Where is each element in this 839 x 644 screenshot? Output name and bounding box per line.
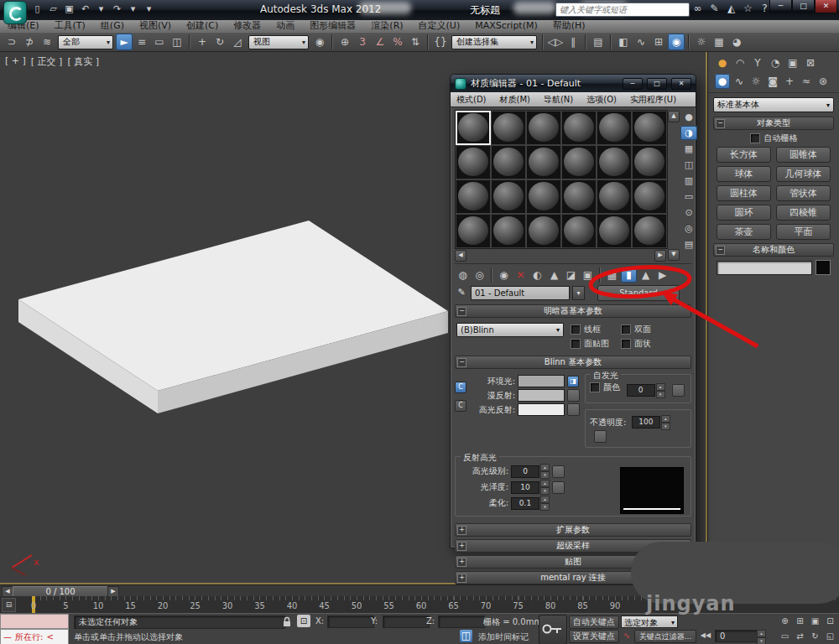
undo-icon[interactable]: ↶ xyxy=(78,2,92,16)
material-sample-slot[interactable] xyxy=(561,111,597,145)
me-menu-material[interactable]: 材质(M) xyxy=(494,94,536,106)
material-sample-slot[interactable] xyxy=(632,214,667,248)
assign-material-to-selection-icon[interactable]: ◉ xyxy=(496,267,512,283)
cylinder-button[interactable]: 圆柱体 xyxy=(717,185,771,201)
opacity-spinner[interactable]: ▴▾ xyxy=(661,415,670,430)
subtab-lights[interactable]: ☼ xyxy=(748,74,763,89)
select-and-move-icon[interactable]: + xyxy=(194,34,211,50)
material-sample-slot[interactable] xyxy=(597,179,632,214)
show-end-result-icon[interactable]: ▮ xyxy=(621,267,637,283)
material-editor-title-bar[interactable]: 材质编辑器 - 01 - Default ─ □ ✕ xyxy=(451,75,696,92)
torus-button[interactable]: 圆环 xyxy=(717,205,771,221)
tab-display[interactable]: ▣ xyxy=(785,55,800,70)
soften-value[interactable]: 0.1 xyxy=(511,497,539,510)
tab-utilities[interactable]: ⊠ xyxy=(803,55,818,70)
tab-hierarchy[interactable]: Y xyxy=(750,55,765,70)
bind-to-space-warp-icon[interactable]: ≋ xyxy=(39,34,55,50)
use-pivot-point-center-icon[interactable]: ◉ xyxy=(311,34,328,50)
sample-uv-tiling-icon[interactable]: ◫ xyxy=(680,158,697,172)
backlight-icon[interactable]: ◑ xyxy=(680,126,697,140)
glossiness-value[interactable]: 10 xyxy=(511,481,539,494)
specular-level-value[interactable]: 0 xyxy=(511,465,539,478)
render-setup-icon[interactable]: ☼ xyxy=(693,34,710,50)
self-illum-spinner[interactable]: ▴▾ xyxy=(656,383,665,398)
menu-item-customize[interactable]: 自定义(U) xyxy=(411,20,468,32)
key-selection-dropdown[interactable]: 选定对象 ▾ xyxy=(621,615,678,628)
opacity-value[interactable]: 100 xyxy=(632,416,660,428)
subtab-cameras[interactable]: ◙ xyxy=(765,74,780,89)
z-coordinate-field[interactable] xyxy=(438,615,485,628)
curve-editor-icon[interactable]: ∿ xyxy=(633,34,649,50)
specular-map-button[interactable] xyxy=(567,403,580,416)
get-material-icon[interactable]: ◍ xyxy=(455,267,471,283)
material-name-dropdown-icon[interactable]: ▾ xyxy=(572,286,585,300)
self-illum-map-button[interactable] xyxy=(672,384,685,397)
primitive-category-dropdown[interactable]: 标准基本体 ▾ xyxy=(713,97,834,112)
set-key-curve-icon[interactable]: ∿ xyxy=(621,630,633,641)
maximize-button[interactable]: □ xyxy=(792,0,815,13)
reference-coordinate-dropdown[interactable]: 视图▾ xyxy=(248,35,309,49)
material-sample-slot[interactable] xyxy=(491,214,526,248)
pan-view-icon[interactable]: ⇄ xyxy=(793,630,807,643)
render-production-icon[interactable]: ◕ xyxy=(728,34,745,50)
scroll-down-icon[interactable]: ▼ xyxy=(668,249,680,261)
open-mini-track-view-icon[interactable]: ⊟ xyxy=(2,598,16,612)
viewport-menu-pov[interactable]: [ 正交 ] xyxy=(31,55,63,68)
face-map-checkbox[interactable] xyxy=(571,339,581,349)
add-time-tag[interactable]: 添加时间标记 xyxy=(478,631,529,643)
rectangular-selection-region-icon[interactable]: ▭ xyxy=(151,34,168,50)
scroll-left-icon[interactable]: ◀ xyxy=(455,250,466,262)
me-menu-navigation[interactable]: 导航(N) xyxy=(538,94,579,106)
glossiness-spinner[interactable]: ▴▾ xyxy=(540,480,550,495)
me-minimize-button[interactable]: ─ xyxy=(623,78,643,90)
reset-map-icon[interactable]: ✕ xyxy=(513,267,529,283)
object-color-swatch[interactable] xyxy=(816,260,831,275)
toolbar-options-icon[interactable]: ▾ xyxy=(142,2,156,16)
material-sample-slot[interactable] xyxy=(456,179,491,214)
orbit-icon[interactable]: ↻ xyxy=(808,630,822,643)
select-object-icon[interactable]: ► xyxy=(116,34,133,50)
material-sample-slot[interactable] xyxy=(561,179,597,214)
object-name-field[interactable] xyxy=(717,261,812,275)
specular-color-swatch[interactable] xyxy=(518,403,565,416)
maxscript-listener-macro-line[interactable] xyxy=(0,614,69,629)
autogrid-checkbox[interactable] xyxy=(750,133,760,143)
ambient-diffuse-lock-icon[interactable]: C xyxy=(455,382,466,393)
plane-button[interactable]: 平面 xyxy=(776,224,831,240)
subtab-space-warps[interactable]: ≈ xyxy=(799,74,814,89)
redo-dropdown-icon[interactable]: ▾ xyxy=(126,2,140,16)
3dsmax-logo-icon[interactable] xyxy=(3,1,27,24)
x-coordinate-field[interactable] xyxy=(327,615,374,628)
set-keys-button[interactable] xyxy=(539,615,567,644)
spinner-snap-icon[interactable]: ⇅ xyxy=(407,34,424,50)
make-material-copy-icon[interactable]: ◐ xyxy=(529,267,545,283)
diffuse-color-swatch[interactable] xyxy=(518,389,565,402)
material-type-button[interactable]: Standard xyxy=(597,285,680,301)
material-sample-slot[interactable] xyxy=(632,111,667,145)
make-preview-icon[interactable]: ▭ xyxy=(680,190,697,204)
glossiness-map-button[interactable] xyxy=(552,481,565,494)
material-sample-slot[interactable] xyxy=(526,145,561,179)
material-sample-slot[interactable] xyxy=(561,214,597,248)
material-sample-slot[interactable] xyxy=(456,145,491,179)
scroll-up-icon[interactable]: ▲ xyxy=(668,111,680,122)
sphere-button[interactable]: 球体 xyxy=(717,166,771,182)
time-tag-icon[interactable]: ◫ xyxy=(460,630,472,642)
auto-key-button[interactable]: 自动关键点 xyxy=(569,615,619,629)
layer-manager-icon[interactable]: ▤ xyxy=(590,34,607,50)
shader-type-dropdown[interactable]: (B)Blinn ▾ xyxy=(456,323,564,337)
object-type-rollout-header[interactable]: − 对象类型 xyxy=(713,117,834,130)
material-sample-slot[interactable] xyxy=(491,179,526,214)
subtab-shapes[interactable]: ∿ xyxy=(732,74,747,89)
material-sample-slot[interactable] xyxy=(632,145,667,179)
material-sample-slot[interactable] xyxy=(526,214,561,248)
select-and-link-icon[interactable]: ⊃ xyxy=(3,34,20,50)
undo-dropdown-icon[interactable]: ▾ xyxy=(94,2,108,16)
menu-item-animation[interactable]: 动画 xyxy=(268,20,302,32)
put-to-library-icon[interactable]: ◪ xyxy=(563,267,579,283)
go-to-start-icon[interactable]: ◀◀ xyxy=(698,630,713,641)
key-filters-button[interactable]: 关键点过滤器... xyxy=(634,630,696,643)
search-help-icon[interactable]: ∞ xyxy=(690,2,705,16)
unlink-selection-icon[interactable]: ⊅ xyxy=(21,34,38,50)
specular-level-map-button[interactable] xyxy=(552,465,565,478)
